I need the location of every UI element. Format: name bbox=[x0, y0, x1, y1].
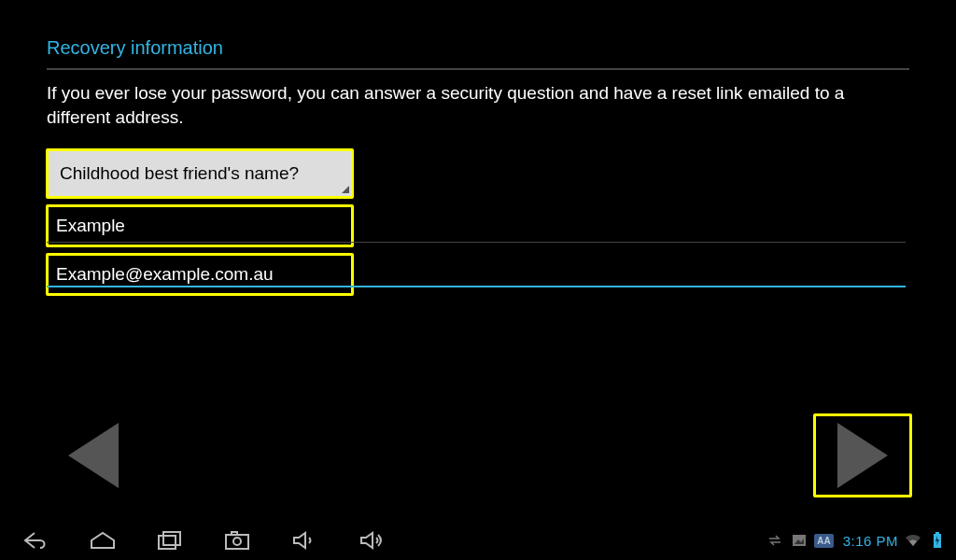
svg-rect-6 bbox=[232, 532, 237, 535]
back-button[interactable] bbox=[47, 418, 140, 493]
svg-rect-3 bbox=[163, 532, 180, 545]
next-button[interactable] bbox=[816, 418, 909, 493]
volume-down-icon bbox=[290, 529, 318, 552]
next-triangle-icon bbox=[837, 423, 888, 488]
svg-rect-10 bbox=[935, 532, 939, 534]
battery-charging-icon bbox=[928, 531, 947, 550]
section-title: Recovery information bbox=[47, 37, 909, 68]
security-question-value: Childhood best friend's name? bbox=[60, 163, 299, 184]
svg-marker-1 bbox=[837, 423, 888, 488]
security-answer-input[interactable] bbox=[47, 206, 353, 245]
camera-icon bbox=[223, 529, 251, 552]
nav-recent-icon bbox=[156, 529, 184, 552]
back-triangle-icon bbox=[68, 423, 119, 488]
volume-down-button[interactable] bbox=[278, 521, 330, 560]
svg-rect-2 bbox=[159, 536, 176, 549]
nav-home-button[interactable] bbox=[77, 521, 129, 560]
section-description: If you ever lose your password, you can … bbox=[47, 81, 909, 130]
screenshot-button[interactable] bbox=[211, 521, 263, 560]
field-underline bbox=[47, 242, 906, 243]
security-question-dropdown[interactable]: Childhood best friend's name? bbox=[47, 150, 353, 197]
chevron-down-icon bbox=[342, 186, 349, 193]
nav-home-icon bbox=[89, 529, 117, 552]
svg-point-5 bbox=[233, 538, 241, 545]
ime-badge: AA bbox=[814, 534, 833, 548]
nav-recent-button[interactable] bbox=[144, 521, 196, 560]
sync-icon bbox=[766, 531, 784, 550]
volume-up-button[interactable] bbox=[345, 521, 398, 560]
nav-back-button[interactable] bbox=[9, 521, 62, 560]
svg-marker-0 bbox=[68, 423, 119, 488]
field-underline-active bbox=[47, 286, 906, 287]
wifi-icon bbox=[904, 531, 922, 550]
divider bbox=[47, 68, 909, 70]
recovery-email-input[interactable] bbox=[47, 255, 353, 294]
clock: 3:16 PM bbox=[843, 533, 898, 549]
system-bar: AA 3:16 PM bbox=[0, 521, 956, 560]
nav-back-icon bbox=[21, 529, 49, 552]
gallery-icon bbox=[790, 531, 808, 550]
volume-up-icon bbox=[358, 529, 386, 552]
